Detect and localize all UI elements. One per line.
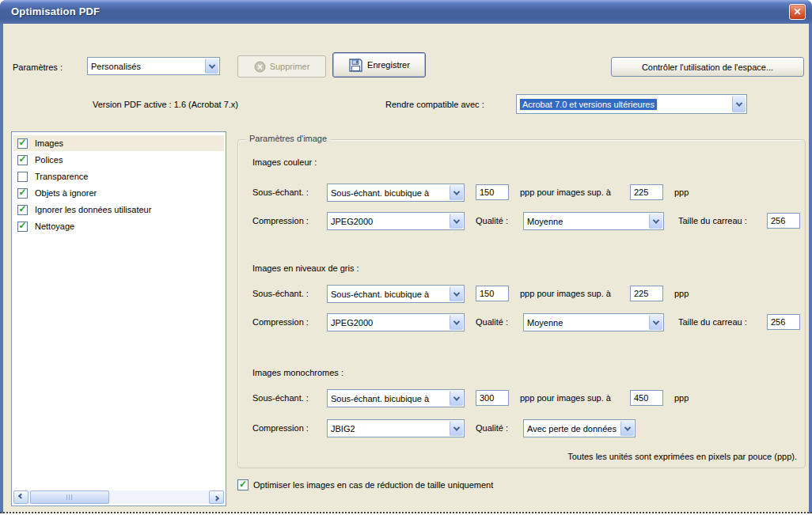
save-button[interactable]: Enregistrer [332, 52, 426, 78]
color-section-title: Images couleur : [252, 157, 317, 167]
list-item-label: Objets à ignorer [35, 188, 97, 198]
above-label: ppp pour images sup. à [520, 289, 611, 298]
combo-value: Moyenne [527, 217, 563, 226]
horizontal-scrollbar[interactable] [13, 490, 224, 504]
settings-combo-value: Personalisés [91, 62, 141, 71]
gray-quality-combo[interactable]: Moyenne [523, 313, 664, 331]
checkbox-checked-icon[interactable] [17, 222, 28, 232]
above-label: ppp pour images sup. à [520, 187, 611, 197]
dialog-body: Paramètres : Personalisés Supprimer [3, 24, 809, 515]
combo-value: Moyenne [527, 318, 563, 328]
list-item-donnees-utilisateur[interactable]: Ignorer les données utilisateur [13, 202, 224, 218]
list-item-label: Transparence [35, 172, 88, 181]
optimizer-panels-list: Images Polices Transparence Objets à ign… [11, 131, 226, 506]
optimize-only-label: Optimiser les images en cas de réduction… [253, 480, 493, 490]
chevron-down-icon[interactable] [450, 421, 463, 436]
scroll-left-button[interactable] [13, 490, 28, 504]
audit-space-usage-button[interactable]: Contrôler l'utilisation de l'espace... [611, 57, 804, 77]
gray-tile-size-input[interactable] [767, 314, 800, 330]
title-bar[interactable]: Optimisation PDF ✕ [0, 0, 812, 24]
window-title: Optimisation PDF [11, 6, 100, 17]
chevron-down-icon[interactable] [450, 185, 463, 200]
downsample-label: Sous-échant. : [252, 187, 309, 197]
downsample-label: Sous-échant. : [252, 393, 309, 403]
compatibility-combo-value: Acrobat 7.0 et versions ultérieures [520, 99, 657, 110]
color-compression-combo[interactable]: JPEG2000 [327, 212, 465, 230]
checkbox-checked-icon[interactable] [17, 205, 28, 215]
scroll-right-button[interactable] [209, 490, 224, 504]
mono-quality-combo[interactable]: Avec perte de données [523, 419, 636, 437]
list-item-nettoyage[interactable]: Nettoyage [13, 218, 224, 234]
optimize-only-checkbox-row[interactable]: Optimiser les images en cas de réduction… [237, 479, 493, 490]
mono-downsample-combo[interactable]: Sous-échant. bicubique à [327, 389, 465, 407]
settings-combo[interactable]: Personalisés [87, 57, 220, 75]
combo-value: Avec perte de données [527, 424, 617, 434]
chevron-down-icon[interactable] [450, 214, 463, 229]
audit-button-label: Contrôler l'utilisation de l'espace... [642, 62, 773, 72]
checkbox-checked-icon[interactable] [17, 138, 28, 149]
chevron-down-icon[interactable] [450, 315, 463, 330]
settings-label: Paramètres : [13, 62, 63, 72]
checkbox-unchecked-icon[interactable] [17, 172, 28, 182]
chevron-down-icon[interactable] [649, 315, 662, 330]
tile-size-label: Taille du carreau : [678, 317, 747, 327]
unit-label: ppp [674, 393, 689, 403]
chevron-down-icon[interactable] [205, 59, 218, 74]
list-item-polices[interactable]: Polices [13, 152, 224, 168]
combo-value: Sous-échant. bicubique à [331, 188, 429, 198]
combo-value: JPEG2000 [331, 217, 373, 226]
combo-value: JBIG2 [331, 424, 355, 434]
list-item-objets-a-ignorer[interactable]: Objets à ignorer [13, 185, 224, 201]
close-icon: ✕ [793, 6, 801, 17]
checkbox-checked-icon[interactable] [17, 188, 28, 199]
list-item-label: Polices [35, 155, 63, 165]
gray-above-dpi-input[interactable] [630, 286, 663, 301]
color-quality-combo[interactable]: Moyenne [523, 212, 664, 230]
screenshot: Optimisation PDF ✕ Paramètres : Personal… [0, 0, 812, 515]
list-item-transparence[interactable]: Transparence [13, 169, 224, 184]
combo-value: Sous-échant. bicubique à [331, 290, 429, 299]
checkbox-checked-icon[interactable] [17, 155, 28, 165]
chevron-left-icon [18, 494, 24, 499]
compression-label: Compression : [252, 317, 309, 327]
units-note: Toutes les unités sont exprimées en pixe… [567, 452, 797, 461]
chevron-down-icon[interactable] [620, 421, 634, 436]
mono-dpi-input[interactable] [476, 390, 509, 406]
compression-label: Compression : [252, 423, 309, 433]
list-item-label: Ignorer les données utilisateur [35, 205, 151, 214]
gray-compression-combo[interactable]: JPEG2000 [327, 313, 465, 331]
compatibility-combo[interactable]: Acrobat 7.0 et versions ultérieures [516, 94, 747, 114]
close-button[interactable]: ✕ [789, 4, 806, 20]
chevron-right-icon [214, 495, 219, 501]
gray-dpi-input[interactable] [476, 286, 509, 301]
group-title: Paramètres d'image [246, 134, 330, 143]
save-button-label: Enregistrer [367, 60, 410, 70]
delete-button-label: Supprimer [270, 62, 310, 71]
scrollbar-thumb[interactable] [30, 490, 109, 504]
mono-above-dpi-input[interactable] [630, 390, 663, 406]
list-item-images[interactable]: Images [13, 135, 224, 151]
gray-downsample-combo[interactable]: Sous-échant. bicubique à [327, 285, 465, 303]
chevron-down-icon[interactable] [450, 286, 463, 301]
color-tile-size-input[interactable] [767, 213, 800, 229]
quality-label: Qualité : [476, 423, 508, 433]
color-above-dpi-input[interactable] [630, 184, 663, 200]
list-item-label: Images [35, 138, 63, 148]
chevron-down-icon[interactable] [649, 214, 662, 229]
mono-compression-combo[interactable]: JBIG2 [327, 419, 465, 437]
color-dpi-input[interactable] [476, 184, 509, 200]
quality-label: Qualité : [476, 317, 508, 327]
delete-circle-icon [254, 61, 266, 73]
color-downsample-combo[interactable]: Sous-échant. bicubique à [327, 184, 465, 202]
tile-size-label: Taille du carreau : [678, 216, 747, 225]
gray-section-title: Images en niveaux de gris : [252, 263, 359, 273]
unit-label: ppp [674, 187, 689, 197]
pdf-optimizer-dialog: Optimisation PDF ✕ Paramètres : Personal… [0, 0, 812, 515]
active-pdf-version-text: Version PDF active : 1.6 (Acrobat 7.x) [93, 100, 238, 109]
delete-button[interactable]: Supprimer [237, 55, 326, 78]
checkbox-checked-icon[interactable] [237, 479, 249, 490]
chevron-down-icon[interactable] [450, 391, 463, 406]
chevron-down-icon[interactable] [732, 96, 746, 112]
above-label: ppp pour images sup. à [520, 393, 611, 403]
unit-label: ppp [674, 289, 689, 298]
